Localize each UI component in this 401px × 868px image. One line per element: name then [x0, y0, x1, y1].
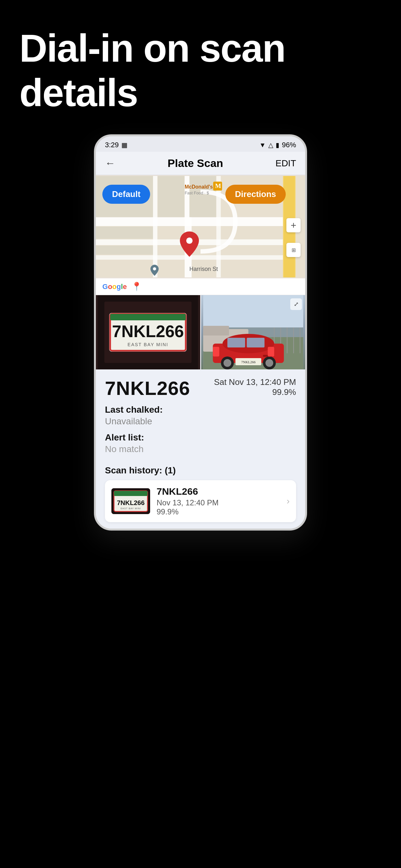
battery-percent: 96%	[282, 141, 296, 149]
status-right: ▼ △ ▮ 96%	[259, 141, 296, 149]
svg-rect-11	[189, 176, 216, 217]
svg-text:McDonald's: McDonald's	[185, 184, 213, 190]
back-button[interactable]: ←	[105, 157, 115, 169]
svg-text:7NKL266: 7NKL266	[241, 360, 255, 364]
svg-rect-38	[203, 326, 229, 336]
phone-frame: 3:29 ▦ ▼ △ ▮ 96% ← Plate Scan EDIT	[94, 134, 307, 531]
svg-text:M: M	[215, 182, 221, 189]
map-layers-button[interactable]: ⊞	[286, 243, 301, 257]
last-chalked-value: Unavailable	[105, 416, 296, 427]
hero-section: Dial-in on scan details	[0, 0, 401, 134]
history-chevron-right-icon: ›	[287, 496, 289, 506]
status-bar: 3:29 ▦ ▼ △ ▮ 96%	[96, 136, 305, 152]
svg-text:EAST BAY MINI: EAST BAY MINI	[120, 507, 141, 509]
last-chalked-label: Last chalked:	[105, 405, 296, 415]
top-nav: ← Plate Scan EDIT	[96, 152, 305, 175]
history-thumb: 7NKL266 EAST BAY MINI	[112, 488, 150, 514]
scan-meta: Sat Nov 13, 12:40 PM 99.9%	[214, 377, 296, 397]
car-photo-svg: 7NKL266	[201, 295, 305, 369]
plate-number: 7NKL266	[105, 377, 190, 399]
battery-icon: ▮	[276, 141, 279, 149]
plate-details: 7NKL266 Sat Nov 13, 12:40 PM 99.9% Last …	[96, 369, 305, 465]
history-info: 7NKL266 Nov 13, 12:40 PM 99.9%	[157, 486, 280, 516]
scan-history-label: Scan history: (1)	[105, 465, 296, 476]
svg-rect-12	[96, 227, 153, 239]
svg-rect-54	[114, 491, 148, 496]
plus-icon: +	[290, 220, 297, 231]
map-zoom-in-button[interactable]: +	[286, 218, 301, 232]
svg-rect-13	[96, 246, 153, 254]
edit-button[interactable]: EDIT	[275, 158, 296, 168]
plate-photo-svg: 7NKL266 EAST BAY MINI	[96, 295, 200, 369]
alert-list-label: Alert list:	[105, 432, 296, 443]
svg-text:Harrison St: Harrison St	[189, 266, 218, 272]
status-time: 3:29	[105, 141, 119, 149]
map-container: Harrison St McDonald's Fast Food · $ M D…	[96, 175, 305, 278]
photo-strip: 7NKL266 EAST BAY MINI	[96, 295, 305, 369]
svg-rect-5	[153, 176, 158, 277]
history-item[interactable]: 7NKL266 EAST BAY MINI 7NKL266 Nov 13, 12…	[105, 480, 296, 522]
google-bar: Google 📍	[96, 278, 305, 295]
signal-icon: △	[268, 141, 273, 149]
svg-text:7NKL266: 7NKL266	[112, 322, 184, 341]
wifi-icon: ▼	[259, 142, 266, 149]
svg-point-20	[186, 237, 193, 244]
history-confidence: 99.9%	[157, 507, 280, 516]
scan-confidence: 99.9%	[214, 387, 296, 397]
alert-list-row: Alert list: No match	[105, 432, 296, 454]
car-photo[interactable]: 7NKL266 ⤢	[201, 295, 305, 369]
history-plate-svg: 7NKL266 EAST BAY MINI	[112, 488, 150, 514]
google-logo: Google	[102, 283, 127, 291]
nav-title: Plate Scan	[167, 157, 223, 169]
layers-icon: ⊞	[291, 247, 296, 253]
calendar-icon: ▦	[121, 141, 127, 149]
svg-rect-6	[216, 176, 221, 277]
back-arrow-icon: ←	[105, 157, 115, 169]
plate-photo[interactable]: 7NKL266 EAST BAY MINI	[96, 295, 201, 369]
expand-icon[interactable]: ⤢	[290, 299, 302, 310]
scan-date: Sat Nov 13, 12:40 PM	[214, 377, 296, 387]
svg-rect-51	[268, 347, 274, 356]
svg-point-48	[266, 359, 273, 367]
history-date: Nov 13, 12:40 PM	[157, 498, 280, 507]
svg-text:7NKL266: 7NKL266	[117, 499, 145, 506]
svg-rect-26	[110, 314, 186, 320]
plate-info-row: 7NKL266 Sat Nov 13, 12:40 PM 99.9%	[105, 377, 296, 399]
svg-rect-50	[213, 347, 219, 356]
scan-history-section: Scan history: (1) 7NKL266 EAST BAY MINI …	[96, 465, 305, 529]
history-plate-text: 7NKL266	[157, 486, 280, 497]
last-chalked-row: Last chalked: Unavailable	[105, 405, 296, 427]
status-left: 3:29 ▦	[105, 141, 127, 149]
svg-text:EAST BAY MINI: EAST BAY MINI	[127, 342, 168, 347]
svg-text:Fast Food · $: Fast Food · $	[185, 190, 209, 195]
map-location-icon: 📍	[131, 282, 142, 291]
hero-title: Dial-in on scan details	[19, 26, 382, 115]
svg-point-46	[223, 359, 231, 367]
directions-button[interactable]: Directions	[225, 185, 286, 204]
svg-rect-41	[227, 338, 245, 347]
svg-rect-42	[247, 338, 265, 347]
phone-wrapper: 3:29 ▦ ▼ △ ▮ 96% ← Plate Scan EDIT	[0, 134, 401, 556]
default-map-button[interactable]: Default	[102, 185, 150, 204]
svg-point-21	[153, 268, 156, 271]
alert-list-value: No match	[105, 444, 296, 454]
svg-rect-10	[158, 176, 184, 217]
